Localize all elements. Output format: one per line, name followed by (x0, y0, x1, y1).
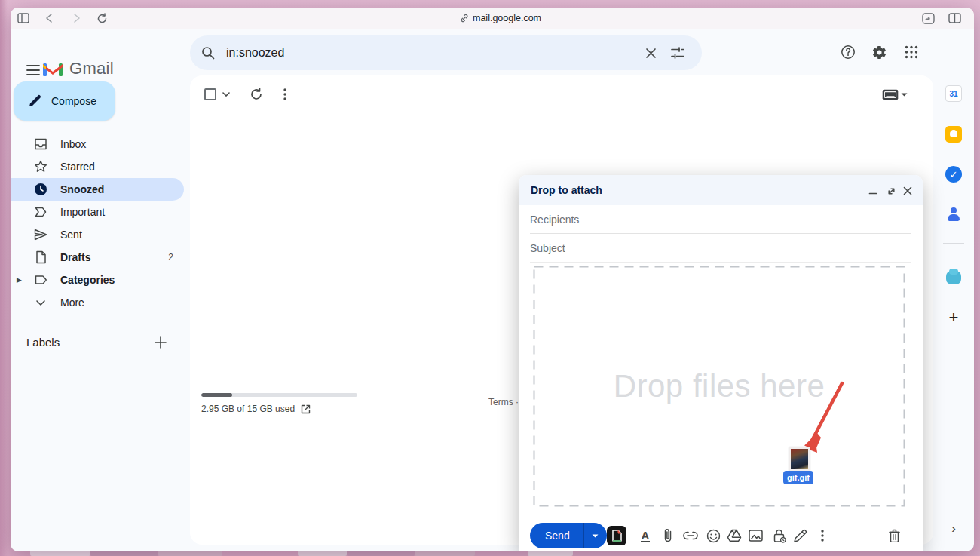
list-divider (190, 146, 933, 146)
search-bar[interactable]: in:snoozed (190, 35, 702, 70)
sidebar-item-more[interactable]: More (11, 291, 184, 314)
compose-label: Compose (51, 95, 96, 107)
address-bar[interactable]: mail.google.com (418, 8, 583, 29)
insert-signature-icon[interactable] (788, 523, 812, 548)
send-button[interactable]: Send (530, 523, 607, 548)
gmail-logo[interactable]: Gmail (42, 59, 114, 78)
search-options-icon[interactable] (664, 47, 691, 59)
sidebar-item-sent[interactable]: Sent (11, 223, 184, 246)
insert-photo-icon[interactable] (743, 523, 767, 548)
sidebar-nav: Inbox Starred Snoozed Important Sent Dra… (11, 133, 184, 314)
settings-gear-icon[interactable] (865, 38, 893, 66)
sidebar-item-inbox[interactable]: Inbox (11, 133, 184, 155)
browser-chrome: mail.google.com (11, 8, 974, 29)
clock-icon (33, 182, 48, 197)
minimize-icon[interactable] (865, 183, 880, 198)
compose-dialog-header[interactable]: Drop to attach (519, 175, 923, 205)
tag-icon (33, 272, 48, 287)
recipients-field[interactable]: Recipients (530, 205, 911, 234)
subject-placeholder: Subject (530, 242, 565, 254)
compose-dialog: Drop to attach Recipients Subject Drop f… (519, 175, 923, 551)
footer-terms-link[interactable]: Terms · (488, 397, 519, 407)
list-toolbar (190, 75, 933, 113)
chevron-down-icon (33, 295, 48, 310)
sidebar-item-label: Drafts (60, 251, 90, 263)
gmail-logo-text: Gmail (69, 59, 114, 78)
help-icon[interactable] (835, 38, 862, 66)
back-icon[interactable] (43, 11, 57, 25)
sidebar-item-snoozed[interactable]: Snoozed (11, 178, 184, 201)
sidebar-item-label: Important (60, 206, 105, 218)
popout-icon[interactable] (884, 183, 899, 198)
open-in-new-icon[interactable] (301, 404, 311, 414)
expand-caret-icon[interactable]: ▶ (17, 276, 22, 284)
browser-window: mail.google.com Gmail in:snoozed (11, 8, 974, 551)
sidebar-toggle-icon[interactable] (17, 11, 30, 25)
split-view-icon[interactable] (948, 11, 961, 25)
addon-icon[interactable] (942, 266, 966, 290)
keep-icon[interactable] (942, 122, 966, 146)
url-text: mail.google.com (473, 13, 541, 23)
input-tools-dropdown-icon[interactable] (897, 81, 911, 107)
file-dropzone[interactable]: Drop files here gif.gif (533, 266, 905, 507)
important-icon (33, 204, 48, 220)
subject-field[interactable]: Subject (530, 234, 911, 263)
extension-doc-icon[interactable] (605, 523, 629, 548)
reload-icon[interactable] (95, 11, 109, 25)
collapse-panel-icon[interactable]: › (942, 517, 966, 541)
recipients-placeholder: Recipients (530, 213, 579, 226)
dragged-file-thumbnail[interactable] (789, 447, 810, 471)
sidebar-item-label: Inbox (60, 138, 86, 150)
pencil-icon (27, 94, 42, 109)
sidebar-item-label: Starred (60, 161, 95, 173)
insert-link-icon[interactable] (678, 523, 703, 548)
contacts-icon[interactable] (942, 202, 966, 226)
formatting-options-icon[interactable]: A (633, 523, 657, 548)
attach-file-icon[interactable] (656, 523, 680, 548)
sidebar-item-label: Categories (60, 274, 115, 286)
gmail-header: Gmail in:snoozed (11, 29, 974, 75)
refresh-icon[interactable] (243, 81, 269, 107)
create-label-icon[interactable] (151, 333, 170, 352)
search-input[interactable]: in:snoozed (226, 46, 637, 60)
sidebar-item-starred[interactable]: Starred (11, 155, 184, 178)
more-send-options-icon[interactable] (810, 523, 835, 548)
rail-divider (943, 243, 964, 244)
sidebar-item-categories[interactable]: ▶ Categories (11, 269, 184, 291)
sidebar-item-label: More (60, 296, 84, 309)
tasks-icon[interactable]: ✓ (942, 162, 966, 186)
draft-icon (33, 250, 48, 265)
gif-preview-image (791, 449, 808, 469)
labels-section: Labels (11, 326, 184, 359)
calendar-icon[interactable]: 31 (942, 81, 966, 106)
compose-button[interactable]: Compose (14, 81, 115, 121)
select-dropdown-icon[interactable] (220, 81, 232, 107)
select-all-checkbox[interactable] (198, 81, 223, 107)
apps-grid-icon[interactable] (898, 38, 925, 66)
storage-progress-track (201, 393, 357, 397)
discard-draft-icon[interactable] (882, 523, 906, 548)
sidebar-item-drafts[interactable]: Drafts 2 (11, 246, 184, 269)
dropzone-hint-text: Drop files here (533, 266, 905, 507)
forward-icon[interactable] (69, 11, 83, 25)
drafts-count-badge: 2 (168, 252, 173, 263)
desktop-edge-shadow (0, 0, 8, 556)
compose-toolbar: Send A (519, 521, 923, 551)
close-icon[interactable] (900, 183, 915, 198)
send-options-dropdown-icon[interactable] (584, 523, 607, 548)
secure-link-icon (460, 14, 469, 23)
more-options-icon[interactable] (272, 81, 298, 107)
sidebar-item-label: Sent (60, 229, 82, 241)
storage-progress-fill (201, 393, 232, 397)
share-extension-icon[interactable] (921, 11, 935, 25)
gmail-m-icon (42, 60, 63, 77)
search-icon[interactable] (201, 45, 216, 60)
sidebar-item-important[interactable]: Important (11, 201, 184, 223)
dragged-file-name: gif.gif (783, 471, 813, 484)
get-addons-icon[interactable]: + (942, 306, 966, 330)
send-label[interactable]: Send (530, 523, 583, 548)
storage-meter: 2.95 GB of 15 GB used (201, 393, 397, 414)
sidebar-item-label: Snoozed (60, 183, 104, 195)
clear-search-icon[interactable] (637, 48, 664, 59)
storage-usage-text: 2.95 GB of 15 GB used (201, 404, 295, 414)
